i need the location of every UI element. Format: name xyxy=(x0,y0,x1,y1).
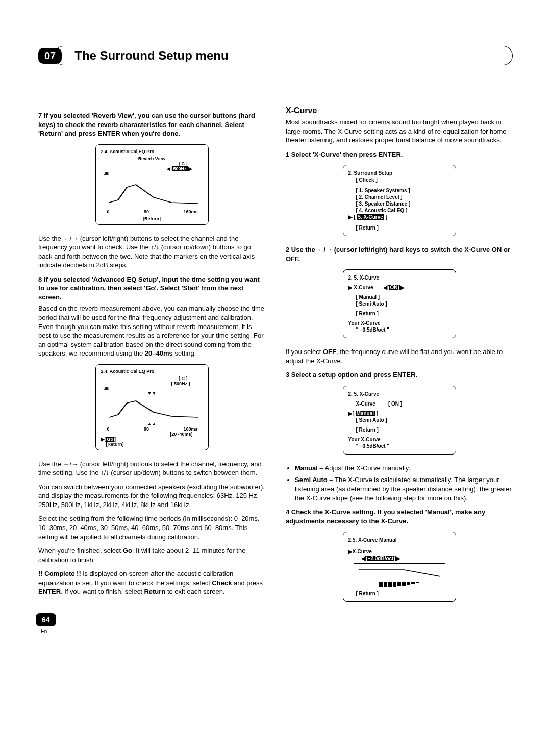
page-language: En xyxy=(41,628,47,634)
paragraph: Based on the reverb measurement above, y… xyxy=(38,304,265,358)
paragraph: Select the setting from the following ti… xyxy=(38,514,265,541)
arrow-up-down-icon xyxy=(101,469,109,476)
paragraph: Use the (cursor left/right) buttons to s… xyxy=(38,234,265,270)
osd-manual: [ Manual ] xyxy=(348,294,450,300)
osd-title: 2.4. Acoustic Cal EQ Pro. xyxy=(101,369,203,374)
step-4-heading: 4 Check the X-Curve setting. If you sele… xyxy=(286,508,513,525)
osd-freq: [ 500Hz ] xyxy=(101,381,203,386)
page-number: 64 xyxy=(36,613,56,626)
right-column: X-Curve Most soundtracks mixed for cinem… xyxy=(286,106,513,611)
osd-your-xcurve: Your X-Curve xyxy=(348,437,450,442)
osd-title: 2.5. X-Curve Manual xyxy=(348,537,450,543)
osd-advanced-eq: 2.4. Acoustic Cal EQ Pro. [ C ] [ 500Hz … xyxy=(95,364,209,450)
paragraph: If you select OFF, the frequency curve w… xyxy=(286,347,513,365)
osd-your-xcurve: Your X-Curve xyxy=(348,320,450,326)
osd-item: [ 1. Speaker Systems ] xyxy=(348,188,450,193)
paragraph: Most soundtracks mixed for cinema sound … xyxy=(286,118,513,145)
osd-check: [ Check ] xyxy=(348,177,450,183)
osd-semiauto: [ Semi Auto ] xyxy=(348,301,450,307)
eq-bars xyxy=(348,582,450,587)
osd-xcurve-row: ▶ X-Curve ◀[ON]▶ xyxy=(348,285,450,290)
chapter-title: The Surround Setup menu xyxy=(54,46,513,65)
osd-item-selected: ▶ [ 5. X-Curve ] xyxy=(348,214,450,220)
xcurve-mini-graph xyxy=(354,563,445,579)
osd-range: [20~40ms] xyxy=(101,432,203,437)
page-header: 07 The Surround Setup menu xyxy=(38,46,513,65)
osd-title: 2. Surround Setup xyxy=(348,170,450,176)
osd-semiauto: [ Semi Auto ] xyxy=(348,417,450,423)
osd-channel: [ C ] xyxy=(101,376,203,381)
paragraph: You can switch between your connected sp… xyxy=(38,483,265,510)
step-2-heading: 2 Use the (cursor left/right) hard keys … xyxy=(286,245,513,263)
osd-manual-selected: ▶[ Manual ] xyxy=(348,411,450,416)
osd-title: 2. 5. X-Curve xyxy=(348,391,450,397)
arrow-left-right-icon xyxy=(63,235,78,242)
osd-item: [ 4. Acoustic Cal EQ ] xyxy=(348,208,450,213)
osd-subtitle: Reverb View xyxy=(101,156,203,161)
left-column: 7 If you selected 'Reverb View', you can… xyxy=(38,106,265,611)
reverb-graph xyxy=(109,177,198,208)
step-3-heading: 3 Select a setup option and press ENTER. xyxy=(286,370,513,380)
osd-return: [Return] xyxy=(101,442,203,447)
osd-channel: [ C ] xyxy=(101,161,203,166)
step-7-heading: 7 If you selected 'Reverb View', you can… xyxy=(38,111,265,138)
eq-graph xyxy=(109,397,198,420)
osd-return: [ Return ] xyxy=(348,427,450,433)
osd-return: [ Return ] xyxy=(348,311,450,316)
osd-xcurve-value: " –0.5dB/oct " xyxy=(348,443,450,449)
osd-return: [ Return ] xyxy=(348,225,450,231)
osd-xcurve-option: 2. 5. X-Curve X-Curve [ ON ] ▶[ Manual ]… xyxy=(343,386,456,455)
step-1-heading: 1 Select 'X-Curve' then press ENTER. xyxy=(286,150,513,159)
step-8-heading: 8 If you selected 'Advanced EQ Setup', i… xyxy=(38,275,265,302)
osd-xcurve-onoff: 2. 5. X-Curve ▶ X-Curve ◀[ON]▶ [ Manual … xyxy=(343,269,456,338)
osd-xcurve-row: X-Curve [ ON ] xyxy=(348,401,450,407)
osd-xcurve-manual: 2.5. X-Curve Manual ▶X-Curve ◀[–2.0dB/oc… xyxy=(343,532,456,602)
options-list: Manual – Adjust the X-Curve manually. Se… xyxy=(286,464,513,502)
list-item: Manual – Adjust the X-Curve manually. xyxy=(295,464,513,473)
osd-reverb-view: 2.4. Acoustic Cal EQ Pro. Reverb View [ … xyxy=(95,144,209,225)
arrow-up-down-icon xyxy=(151,243,159,251)
osd-xcurve-value: " –0.5dB/oct " xyxy=(348,327,450,333)
arrow-left-right-icon xyxy=(317,246,332,254)
paragraph: When you're finished, select Go. It will… xyxy=(38,546,265,564)
osd-item: [ 2. Channel Level ] xyxy=(348,194,450,200)
osd-title: 2. 5. X-Curve xyxy=(348,275,450,281)
xcurve-section-title: X-Curve xyxy=(286,106,513,115)
paragraph: !! Complete !! is displayed on-screen af… xyxy=(38,569,265,596)
paragraph: Use the (cursor left/right) buttons to s… xyxy=(38,460,265,477)
osd-title: 2.4. Acoustic Cal EQ Pro. xyxy=(101,149,203,154)
osd-item: [ 3. Speaker Distance ] xyxy=(348,201,450,207)
arrow-left-right-icon xyxy=(63,460,78,468)
osd-go: ▶[Go] xyxy=(101,437,203,442)
osd-surround-setup: 2. Surround Setup [ Check ] [ 1. Speaker… xyxy=(343,165,456,236)
osd-return: [ Return ] xyxy=(348,591,450,596)
osd-return: [Return] xyxy=(101,216,203,221)
list-item: Semi Auto – The X-Curve is calculated au… xyxy=(295,475,513,502)
osd-xcurve-row: ▶X-Curve xyxy=(348,549,450,555)
osd-freq-highlight: 500Hz xyxy=(172,166,187,171)
